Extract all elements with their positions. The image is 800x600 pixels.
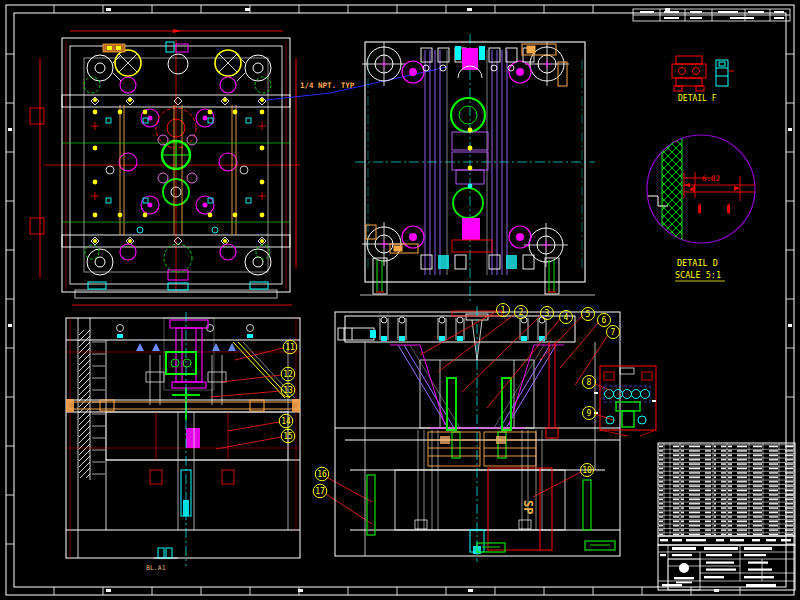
sp-marking: SP	[521, 500, 535, 514]
svg-text:1: 1	[501, 306, 506, 315]
cad-drawing-canvas: 1/4 NPT. TYP	[0, 0, 800, 600]
svg-text:11: 11	[285, 343, 295, 352]
balloon-callout: 10	[581, 464, 594, 477]
balloon-callout: 17	[313, 484, 327, 498]
svg-text:13: 13	[283, 386, 293, 395]
svg-text:2: 2	[519, 308, 524, 317]
balloon-callout: 15	[281, 429, 295, 443]
svg-text:5: 5	[586, 310, 591, 319]
balloon-callout: 12	[281, 367, 295, 381]
svg-text:4: 4	[564, 313, 569, 322]
svg-text:14: 14	[281, 417, 291, 426]
balloon-callout: 13	[281, 383, 295, 397]
npt-note-text: 1/4 NPT. TYP	[300, 81, 355, 90]
svg-text:8: 8	[587, 378, 592, 387]
detail-d-label: DETAIL D	[677, 258, 718, 268]
base-label: BL.A1	[146, 564, 166, 572]
detail-d-dimension: 6.82	[702, 174, 720, 183]
svg-text:16: 16	[317, 470, 327, 479]
svg-text:6: 6	[602, 316, 607, 325]
balloon-callout: 16	[315, 467, 329, 481]
svg-text:12: 12	[283, 370, 293, 379]
svg-text:10: 10	[582, 466, 592, 475]
parts-list-table	[658, 443, 795, 545]
balloon-callout: 14	[279, 414, 293, 428]
svg-text:17: 17	[315, 487, 325, 496]
detail-f-label: DETAIL F	[678, 94, 717, 103]
svg-text:15: 15	[283, 432, 293, 441]
svg-text:9: 9	[587, 409, 592, 418]
svg-text:3: 3	[545, 309, 550, 318]
balloon-callout: 11	[283, 340, 297, 354]
detail-d-scale: SCALE 5:1	[675, 270, 721, 280]
svg-text:7: 7	[611, 328, 616, 337]
